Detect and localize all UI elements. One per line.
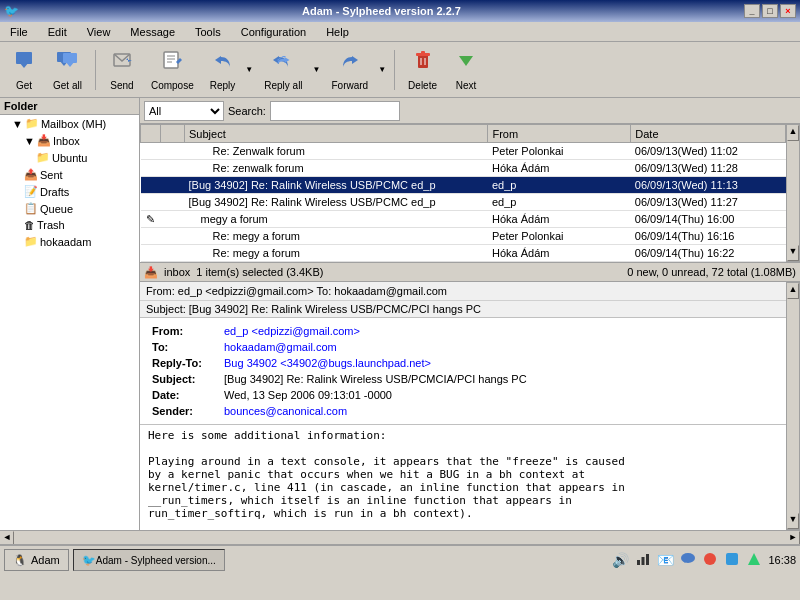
folder-mailbox-icon: 📁 (25, 117, 39, 130)
title-bar: 🐦 Adam - Sylpheed version 2.2.7 _ □ × (0, 0, 800, 22)
sent-icon: 📤 (24, 168, 38, 181)
queue-icon: 📋 (24, 202, 38, 215)
col-from[interactable]: From (488, 125, 631, 143)
menu-message[interactable]: Message (124, 24, 181, 40)
folder-trash[interactable]: 🗑 Trash (0, 217, 139, 233)
table-row[interactable]: Re: megy a forumHóka Ádám06/09/14(Thu) 1… (141, 245, 786, 262)
to-link[interactable]: hokaadam@gmail.com (224, 341, 337, 353)
reply-all-button[interactable]: Reply all (257, 45, 309, 95)
mail-tray-icon[interactable]: 📧 (657, 552, 674, 568)
search-input[interactable] (270, 101, 400, 121)
next-button[interactable]: Next (446, 45, 486, 95)
minimize-button[interactable]: _ (744, 4, 760, 18)
taskbar-app-icon: 🐦 (82, 554, 96, 567)
from-value: ed_p <edpizzi@gmail.com> (222, 324, 776, 338)
table-row[interactable]: [Bug 34902] Re: Ralink Wireless USB/PCMC… (141, 177, 786, 194)
folder-header: Folder (0, 98, 139, 115)
volume-icon[interactable]: 🔊 (612, 552, 629, 568)
table-row[interactable]: ✎megy a forumHóka Ádám06/09/14(Thu) 16:0… (141, 211, 786, 228)
chat-icon[interactable] (680, 551, 696, 570)
forward-dropdown[interactable]: ▼ (376, 45, 388, 95)
sender-link[interactable]: bounces@canonical.com (224, 405, 347, 417)
folder-queue[interactable]: 📋 Queue (0, 200, 139, 217)
folder-hokaadam[interactable]: 📁 hokaadam (0, 233, 139, 250)
menu-help[interactable]: Help (320, 24, 355, 40)
get-all-label: Get all (53, 80, 82, 91)
menu-tools[interactable]: Tools (189, 24, 227, 40)
filter-select[interactable]: All Unread Marked Deleted (144, 101, 224, 121)
to-value: hokaadam@gmail.com (222, 340, 776, 354)
menu-configuration[interactable]: Configuration (235, 24, 312, 40)
message-list: Subject From Date Re: Zenwalk forumPeter… (140, 124, 786, 262)
send-button[interactable]: Send (102, 45, 142, 95)
get-all-button[interactable]: Get all (46, 45, 89, 95)
folder-inbox-label: Inbox (53, 135, 80, 147)
row-num (161, 177, 185, 194)
get-button[interactable]: Get (4, 45, 44, 95)
right-panel: All Unread Marked Deleted Search: Subjec… (140, 98, 800, 530)
folder-queue-label: Queue (40, 203, 73, 215)
folder-mailbox[interactable]: ▼ 📁 Mailbox (MH) (0, 115, 139, 132)
app-icon-1[interactable] (702, 551, 718, 570)
table-row[interactable]: Re: megy a forumPeter Polonkai06/09/14(T… (141, 228, 786, 245)
svg-rect-20 (642, 557, 645, 565)
menu-view[interactable]: View (81, 24, 117, 40)
menu-edit[interactable]: Edit (42, 24, 73, 40)
scroll-up-btn[interactable]: ▲ (787, 125, 799, 141)
message-list-scrollbar[interactable]: ▲ ▼ (786, 124, 800, 262)
from-link[interactable]: ed_p <edpizzi@gmail.com> (224, 325, 360, 337)
menu-bar: File Edit View Message Tools Configurati… (0, 22, 800, 42)
replyto-link[interactable]: Bug 34902 <34902@bugs.launchpad.net> (224, 357, 431, 369)
folder-ubuntu[interactable]: 📁 Ubuntu (0, 149, 139, 166)
close-button[interactable]: × (780, 4, 796, 18)
taskbar-app-item[interactable]: 🐦 Adam - Sylpheed version... (73, 549, 225, 571)
date-value: Wed, 13 Sep 2006 09:13:01 -0000 (222, 388, 776, 402)
col-num[interactable] (161, 125, 185, 143)
col-subject[interactable]: Subject (185, 125, 488, 143)
replyto-label: Reply-To: (150, 356, 220, 370)
reply-dropdown[interactable]: ▼ (243, 45, 255, 95)
menu-file[interactable]: File (4, 24, 34, 40)
preview-scroll-up[interactable]: ▲ (787, 283, 799, 299)
trash-icon: 🗑 (24, 219, 35, 231)
col-check[interactable] (141, 125, 161, 143)
preview-scrollbar[interactable]: ▲ ▼ (786, 282, 800, 530)
table-row[interactable]: Re: Zenwalk forumPeter Polonkai06/09/13(… (141, 143, 786, 160)
preview-container: From: ed_p <edpizzi@gmail.com> To: hokaa… (140, 282, 800, 530)
get-label: Get (16, 80, 32, 91)
forward-button[interactable]: Forward (325, 45, 376, 95)
col-date[interactable]: Date (631, 125, 786, 143)
network-icon[interactable] (635, 552, 651, 569)
folder-inbox[interactable]: ▼ 📥 Inbox (0, 132, 139, 149)
app-icon-2[interactable] (724, 551, 740, 570)
scroll-left-btn[interactable]: ◄ (0, 531, 14, 545)
reply-all-dropdown[interactable]: ▼ (311, 45, 323, 95)
scroll-right-btn[interactable]: ► (786, 531, 800, 545)
svg-marker-1 (19, 62, 29, 68)
table-row[interactable]: [Bug 34902] Re: Ralink Wireless USB/PCMC… (141, 194, 786, 211)
drafts-icon: 📝 (24, 185, 38, 198)
start-button[interactable]: 🐧 Adam (4, 549, 69, 571)
toolbar-separator-1 (95, 50, 96, 90)
header-sender-row: Sender: bounces@canonical.com (150, 404, 776, 418)
table-row[interactable]: Re: zenwalk forumHóka Ádám06/09/13(Wed) … (141, 160, 786, 177)
preview-scroll-down[interactable]: ▼ (787, 513, 799, 529)
row-check (141, 143, 161, 160)
reply-button[interactable]: Reply (203, 45, 243, 95)
folder-drafts[interactable]: 📝 Drafts (0, 183, 139, 200)
folder-sent-label: Sent (40, 169, 63, 181)
filter-bar: All Unread Marked Deleted Search: (140, 98, 800, 124)
compose-label: Compose (151, 80, 194, 91)
app-icon-3[interactable] (746, 551, 762, 570)
hokaadam-icon: 📁 (24, 235, 38, 248)
scroll-down-btn[interactable]: ▼ (787, 245, 799, 261)
maximize-button[interactable]: □ (762, 4, 778, 18)
taskbar-right: 🔊 📧 16:38 (612, 551, 796, 570)
row-subject: [Bug 34902] Re: Ralink Wireless USB/PCMC… (185, 194, 488, 211)
svg-marker-5 (65, 61, 75, 67)
sender-label: Sender: (150, 404, 220, 418)
compose-button[interactable]: Compose (144, 45, 201, 95)
folder-sent[interactable]: 📤 Sent (0, 166, 139, 183)
delete-button[interactable]: Delete (401, 45, 444, 95)
row-date: 06/09/13(Wed) 11:28 (631, 160, 786, 177)
